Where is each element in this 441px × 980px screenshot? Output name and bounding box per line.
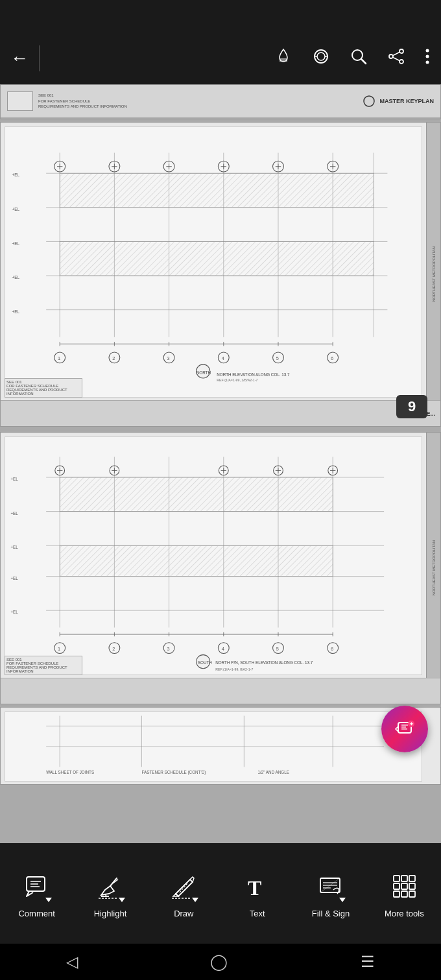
blueprint-container: SEE 001 FOR FASTENER SCHEDULE REQUIREMEN… bbox=[0, 84, 441, 843]
svg-text:6: 6 bbox=[331, 355, 333, 361]
svg-text:+EL: +EL bbox=[10, 477, 18, 481]
fill-sign-label: Fill & Sign bbox=[312, 909, 350, 918]
more-tools-label: More tools bbox=[385, 909, 424, 918]
more-menu-icon[interactable] bbox=[424, 47, 431, 71]
svg-text:4: 4 bbox=[222, 646, 224, 652]
nav-back-button[interactable]: ◁ bbox=[66, 953, 78, 971]
page-footer-2: SEE 001 FOR FASTENER SCHEDULE REQUIREMEN… bbox=[1, 400, 440, 426]
svg-rect-96 bbox=[60, 545, 333, 576]
svg-point-15 bbox=[426, 60, 429, 64]
comment-icon-wrapper bbox=[19, 868, 54, 903]
svg-point-10 bbox=[399, 60, 403, 64]
svg-text:NORTH: NORTH bbox=[197, 370, 211, 375]
side-strip-text-3: NORTHEAST METROPOLITAN bbox=[432, 540, 436, 595]
ai-assistant-button[interactable]: ✦ bbox=[381, 706, 428, 752]
svg-point-16 bbox=[364, 96, 374, 106]
title-block-2: SEE 001 FOR FASTENER SCHEDULE REQUIREMEN… bbox=[5, 378, 82, 398]
more-tools-icon-wrapper bbox=[387, 868, 422, 903]
share-icon[interactable] bbox=[387, 47, 406, 71]
page-number-badge: 9 bbox=[396, 395, 427, 418]
blueprint-page-3: +EL +EL +EL +EL +EL 1 bbox=[0, 432, 441, 704]
side-strip-3: NORTHEAST METROPOLITAN bbox=[426, 433, 440, 704]
svg-line-12 bbox=[393, 57, 399, 60]
bottom-tools: Comment Highlight bbox=[0, 862, 441, 918]
comment-tool[interactable]: Comment bbox=[0, 868, 73, 918]
toolbar-divider bbox=[39, 45, 40, 71]
svg-rect-177 bbox=[401, 891, 407, 897]
fill-sign-arrow bbox=[339, 898, 346, 902]
draw-arrow bbox=[192, 898, 198, 902]
svg-text:✦: ✦ bbox=[409, 721, 414, 727]
svg-rect-171 bbox=[401, 876, 407, 881]
svg-text:REF:(1/A=1-99, 1/B/A2-1-7: REF:(1/A=1-99, 1/B/A2-1-7 bbox=[217, 378, 257, 382]
svg-point-9 bbox=[389, 54, 393, 58]
svg-text:3: 3 bbox=[167, 355, 169, 361]
fill-sign-tool[interactable]: Fill & Sign bbox=[294, 868, 367, 918]
highlight-label: Highlight bbox=[94, 909, 127, 918]
svg-text:5: 5 bbox=[276, 646, 279, 652]
svg-text:+EL: +EL bbox=[12, 309, 20, 314]
svg-text:+EL: +EL bbox=[10, 545, 18, 549]
layers-icon[interactable] bbox=[274, 47, 293, 71]
drawing-area-4: WALL SHEET OF JOINTS FASTENER SCHEDULE (… bbox=[5, 711, 422, 782]
svg-text:+EL: +EL bbox=[10, 610, 18, 614]
highlight-icon-wrapper bbox=[93, 868, 128, 903]
text-label: Text bbox=[250, 909, 265, 918]
svg-text:1/2" AND ANGLE: 1/2" AND ANGLE bbox=[257, 770, 289, 774]
svg-text:1: 1 bbox=[58, 355, 60, 361]
svg-text:+EL: +EL bbox=[12, 173, 20, 177]
svg-text:+EL: +EL bbox=[12, 275, 20, 280]
svg-point-14 bbox=[426, 54, 429, 58]
keyplan-label: MASTER KEYPLAN bbox=[379, 98, 434, 104]
svg-text:NORTH ELEVATION ALONG COL. 13.: NORTH ELEVATION ALONG COL. 13.7 bbox=[217, 372, 290, 377]
svg-text:3: 3 bbox=[167, 646, 169, 652]
svg-text:2: 2 bbox=[112, 646, 115, 652]
search-icon[interactable] bbox=[349, 47, 368, 71]
svg-rect-30 bbox=[60, 241, 374, 276]
svg-text:+EL: +EL bbox=[10, 511, 18, 516]
svg-text:T: T bbox=[248, 876, 261, 900]
svg-rect-29 bbox=[60, 173, 374, 208]
svg-rect-170 bbox=[394, 876, 399, 881]
text-icon-wrapper: T bbox=[240, 868, 275, 903]
side-strip-text: NORTHEAST METROPOLITAN bbox=[432, 246, 436, 302]
comment-arrow bbox=[45, 898, 52, 902]
svg-rect-173 bbox=[394, 883, 399, 889]
svg-text:+EL: +EL bbox=[12, 207, 20, 211]
svg-text:REF:(1/A=1-99, 8/A2-1-7: REF:(1/A=1-99, 8/A2-1-7 bbox=[215, 667, 253, 671]
nav-recents-button[interactable]: ☰ bbox=[361, 953, 375, 971]
svg-text:+EL: +EL bbox=[12, 241, 20, 246]
svg-text:NORTH P/N, SOUTH ELEVATION ALO: NORTH P/N, SOUTH ELEVATION ALONG COL. 13… bbox=[215, 660, 313, 665]
svg-text:SOUTH: SOUTH bbox=[198, 660, 212, 665]
annotations-icon[interactable] bbox=[311, 47, 331, 71]
svg-text:6: 6 bbox=[331, 646, 333, 652]
svg-rect-175 bbox=[409, 883, 415, 889]
svg-text:WALL SHEET OF JOINTS: WALL SHEET OF JOINTS bbox=[46, 770, 94, 774]
svg-text:2: 2 bbox=[112, 355, 115, 361]
text-tool[interactable]: T Text bbox=[220, 868, 294, 918]
highlight-tool[interactable]: Highlight bbox=[73, 868, 147, 918]
main-content: SEE 001 FOR FASTENER SCHEDULE REQUIREMEN… bbox=[0, 84, 441, 843]
drawing-area-2: +EL +EL +EL +EL +EL bbox=[5, 126, 422, 398]
svg-rect-176 bbox=[394, 891, 399, 897]
svg-text:5: 5 bbox=[276, 355, 279, 361]
nav-home-button[interactable]: ◯ bbox=[210, 953, 228, 971]
svg-point-13 bbox=[426, 49, 429, 52]
draw-tool[interactable]: Draw bbox=[147, 868, 220, 918]
svg-rect-174 bbox=[401, 883, 407, 889]
fill-sign-icon-wrapper bbox=[313, 868, 348, 903]
bottom-toolbar: Comment Highlight bbox=[0, 843, 441, 944]
page-footer-3: SEE 001 FOR FASTENER SCHEDULE REQUIREMEN… bbox=[1, 678, 440, 704]
svg-text:4: 4 bbox=[222, 355, 224, 361]
svg-text:+EL: +EL bbox=[10, 576, 18, 580]
svg-text:FASTENER SCHEDULE (CONT'D): FASTENER SCHEDULE (CONT'D) bbox=[141, 770, 206, 775]
svg-point-3 bbox=[317, 53, 325, 60]
nav-bar: ◁ ◯ ☰ bbox=[0, 944, 441, 980]
page-header-text: SEE 001 FOR FASTENER SCHEDULE REQUIREMEN… bbox=[38, 93, 127, 109]
svg-rect-95 bbox=[60, 477, 333, 512]
highlight-arrow bbox=[119, 898, 125, 902]
more-tools-tool[interactable]: More tools bbox=[368, 868, 441, 918]
blueprint-page-header: SEE 001 FOR FASTENER SCHEDULE REQUIREMEN… bbox=[0, 84, 441, 119]
back-button[interactable]: ← bbox=[10, 48, 29, 69]
title-block-3: SEE 001 FOR FASTENER SCHEDULE REQUIREMEN… bbox=[5, 656, 82, 675]
